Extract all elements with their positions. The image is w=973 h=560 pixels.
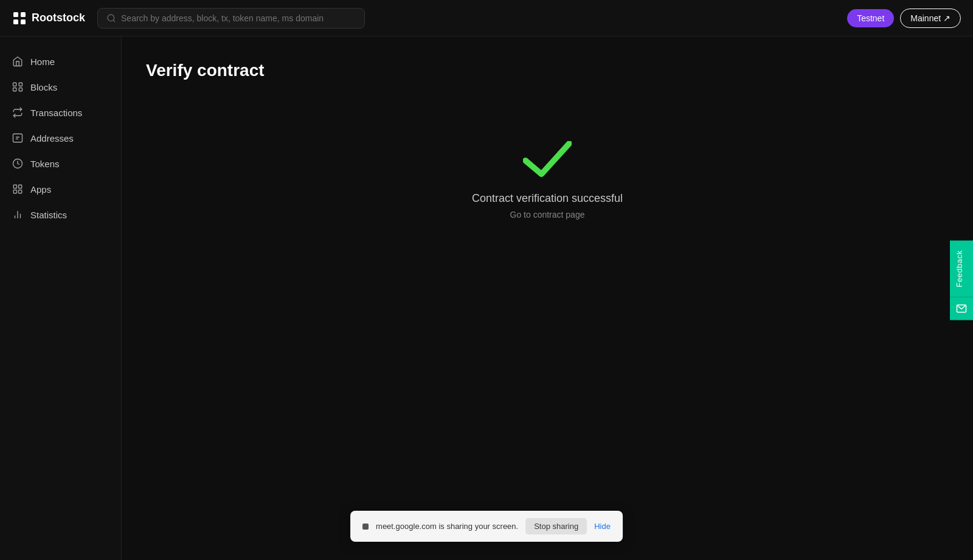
- feedback-button[interactable]: Feedback: [950, 240, 973, 297]
- mainnet-button[interactable]: Mainnet ↗: [900, 9, 961, 28]
- sidebar-item-tokens[interactable]: Tokens: [0, 151, 121, 176]
- share-dot: [362, 524, 369, 530]
- success-checkmark: [523, 141, 572, 178]
- svg-rect-11: [13, 185, 16, 188]
- search-bar[interactable]: [97, 8, 365, 29]
- sidebar-label-apps: Apps: [30, 184, 51, 195]
- sidebar-item-blocks[interactable]: Blocks: [0, 74, 121, 100]
- svg-rect-13: [13, 190, 16, 193]
- header: Rootstock Testnet Mainnet ↗: [0, 0, 973, 36]
- svg-rect-0: [13, 12, 18, 17]
- feedback-mail-button[interactable]: [950, 297, 973, 320]
- svg-point-4: [108, 15, 114, 21]
- page-title: Verify contract: [146, 61, 949, 80]
- svg-rect-12: [19, 185, 22, 188]
- sidebar-item-apps[interactable]: Apps: [0, 176, 121, 202]
- svg-rect-6: [19, 83, 22, 86]
- tokens-icon: [12, 158, 23, 169]
- feedback-sidebar: Feedback: [950, 240, 973, 320]
- transactions-icon: [12, 107, 23, 118]
- sidebar-label-tokens: Tokens: [30, 159, 60, 169]
- stop-sharing-button[interactable]: Stop sharing: [525, 518, 587, 534]
- sidebar-item-statistics[interactable]: Statistics: [0, 202, 121, 227]
- main-content: Verify contract Contract verification su…: [122, 36, 973, 560]
- hide-button[interactable]: Hide: [594, 522, 611, 531]
- svg-rect-2: [13, 19, 18, 24]
- search-icon: [106, 13, 116, 23]
- sidebar-item-transactions[interactable]: Transactions: [0, 100, 121, 125]
- statistics-icon: [12, 209, 23, 220]
- mail-icon: [956, 303, 967, 314]
- svg-rect-3: [21, 19, 26, 24]
- success-container: Contract verification successful Go to c…: [146, 117, 949, 220]
- sidebar-label-blocks: Blocks: [30, 82, 57, 92]
- addresses-icon: [12, 133, 23, 143]
- svg-rect-14: [19, 190, 22, 193]
- sidebar-label-transactions: Transactions: [30, 108, 82, 118]
- go-to-contract-link[interactable]: Go to contract page: [510, 210, 585, 220]
- sidebar-label-home: Home: [30, 57, 55, 67]
- apps-icon: [12, 184, 23, 195]
- svg-rect-7: [13, 88, 16, 91]
- svg-rect-5: [13, 83, 16, 86]
- search-input[interactable]: [121, 13, 356, 23]
- sidebar: Home Blocks Transactions Addresses T: [0, 36, 122, 560]
- header-right: Testnet Mainnet ↗: [847, 9, 961, 28]
- logo-icon: [12, 11, 27, 26]
- blocks-icon: [12, 81, 23, 92]
- sidebar-label-statistics: Statistics: [30, 210, 67, 220]
- home-icon: [12, 56, 23, 67]
- logo-text: Rootstock: [32, 12, 85, 24]
- svg-rect-9: [13, 134, 23, 142]
- logo[interactable]: Rootstock: [12, 11, 85, 26]
- screen-share-banner: meet.google.com is sharing your screen. …: [350, 511, 623, 542]
- sidebar-label-addresses: Addresses: [30, 133, 74, 143]
- sidebar-item-addresses[interactable]: Addresses: [0, 125, 121, 151]
- testnet-button[interactable]: Testnet: [847, 9, 894, 27]
- sidebar-item-home[interactable]: Home: [0, 49, 121, 74]
- share-message: meet.google.com is sharing your screen.: [376, 522, 518, 531]
- success-message: Contract verification successful: [472, 192, 623, 205]
- svg-rect-8: [19, 88, 22, 91]
- svg-rect-1: [21, 12, 26, 17]
